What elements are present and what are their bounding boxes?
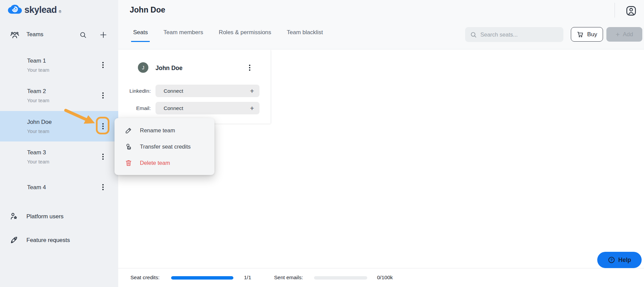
pencil-icon [125, 127, 132, 134]
seat-name: John Doe [155, 65, 183, 72]
topbar-divider [615, 3, 615, 18]
menu-item-label: Delete team [140, 160, 170, 166]
tab-team-blacklist[interactable]: Team blacklist [285, 29, 325, 42]
team-options-kebab-icon[interactable] [98, 89, 108, 102]
teams-search-button[interactable] [78, 30, 88, 40]
connect-label: Connect [164, 88, 183, 94]
connect-label: Connect [164, 105, 183, 111]
rocket-icon [9, 236, 19, 245]
seat-credits-value: 1/1 [244, 268, 251, 287]
user-star-icon [9, 212, 19, 221]
seat-options-kebab-icon[interactable] [244, 62, 255, 73]
menu-item-label: Rename team [140, 127, 175, 134]
team-subtitle: Your team [27, 159, 49, 164]
svg-text:?: ? [610, 258, 613, 262]
avatar: J [138, 62, 148, 73]
sidebar-item-team-3[interactable]: Team 3 Your team [0, 141, 118, 172]
search-seats-box [465, 27, 563, 42]
registered-mark: ® [59, 10, 61, 14]
tab-bar: Seats Team members Roles & permissions T… [131, 29, 325, 42]
sidebar-item-platform-users[interactable]: Platform users [0, 207, 118, 226]
teams-group-icon [10, 30, 19, 40]
teams-header: Teams [0, 27, 118, 43]
seat-credits-label: Seat credits: [130, 268, 160, 287]
brand-logo: skylead ® [7, 4, 61, 16]
sidebar-item-feature-requests[interactable]: Feature requests [0, 231, 118, 250]
sent-emails-value: 0/100k [377, 268, 393, 287]
sidebar-item-team-4[interactable]: Team 4 [0, 172, 118, 202]
coins-icon [125, 143, 132, 151]
team-options-kebab-icon[interactable] [98, 59, 108, 71]
email-connect-button[interactable]: Connect + [155, 102, 259, 114]
tab-roles-permissions[interactable]: Roles & permissions [217, 29, 273, 42]
plus-icon [99, 31, 107, 39]
account-icon [625, 5, 639, 17]
team-name: Team 4 [27, 184, 46, 191]
plus-icon: + [616, 31, 620, 38]
seat-card-panel: J John Doe LinkedIn: Connect + Email: Co… [118, 50, 271, 124]
sidebar-item-team-2[interactable]: Team 2 Your team [0, 80, 118, 111]
team-subtitle: Your team [27, 67, 49, 73]
topbar: John Doe Seats Team members Roles & perm… [118, 0, 644, 49]
buy-button[interactable]: Buy [571, 27, 603, 42]
team-name: Team 1 [27, 58, 46, 64]
page-title: John Doe [130, 5, 165, 15]
buy-label: Buy [587, 31, 597, 38]
sidebar-link-label: Feature requests [26, 237, 70, 244]
search-icon [79, 31, 87, 39]
sidebar: skylead ® Teams [0, 0, 118, 287]
team-subtitle: Your team [27, 129, 49, 134]
sent-emails-label: Sent emails: [274, 268, 303, 287]
linkedin-connect-button[interactable]: Connect + [155, 85, 259, 97]
add-team-button[interactable] [99, 30, 108, 40]
tab-team-members[interactable]: Team members [161, 29, 205, 42]
help-button[interactable]: ? Help [597, 252, 642, 268]
help-label: Help [618, 257, 631, 264]
add-seat-button[interactable]: + Add [606, 27, 642, 42]
menu-item-label: Transfer seat credits [140, 144, 191, 150]
cloud-logo-icon [7, 4, 22, 16]
team-options-kebab-icon[interactable] [98, 181, 108, 193]
team-name: John Doe [27, 119, 52, 126]
plus-icon: + [250, 87, 254, 95]
cart-icon [577, 31, 584, 38]
team-options-kebab-icon[interactable] [98, 151, 108, 163]
sidebar-link-label: Platform users [26, 213, 64, 220]
team-name: Team 2 [27, 88, 46, 95]
menu-item-delete-team[interactable]: Delete team [115, 155, 214, 171]
sent-emails-progressbar [314, 276, 367, 280]
seat-credits-progressbar [171, 276, 233, 280]
menu-item-rename-team[interactable]: Rename team [115, 122, 214, 138]
tab-seats[interactable]: Seats [131, 29, 150, 42]
search-icon [470, 31, 477, 38]
brand-name: skylead [24, 4, 57, 15]
plus-icon: + [250, 104, 254, 112]
team-context-menu: Rename team Transfer seat credits Delete… [115, 118, 214, 175]
search-seats-input[interactable] [480, 31, 558, 38]
email-label: Email: [118, 102, 151, 114]
teams-header-label: Teams [26, 31, 43, 38]
sidebar-item-john-doe[interactable]: John Doe Your team [0, 111, 118, 141]
linkedin-label: LinkedIn: [118, 85, 151, 97]
usage-footer: Seat credits: 1/1 Sent emails: 0/100k [118, 268, 644, 287]
sidebar-item-team-1[interactable]: Team 1 Your team [0, 50, 118, 80]
team-name: Team 3 [27, 149, 46, 156]
menu-item-transfer-seat-credits[interactable]: Transfer seat credits [115, 138, 214, 155]
team-options-kebab-icon[interactable] [98, 120, 108, 132]
trash-icon [125, 159, 132, 167]
team-subtitle: Your team [27, 98, 49, 103]
account-menu-button[interactable] [625, 4, 639, 18]
add-label: Add [623, 31, 633, 38]
question-circle-icon: ? [608, 256, 615, 264]
